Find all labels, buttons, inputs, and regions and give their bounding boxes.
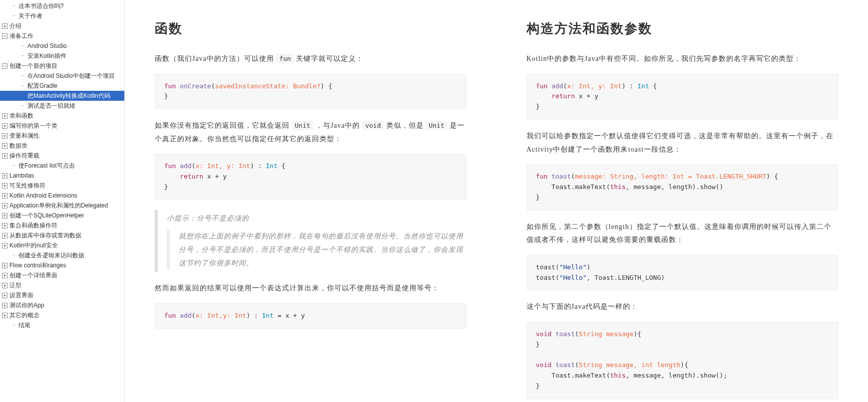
sidebar-item-label: Kotlin中的null安全	[9, 241, 58, 250]
sidebar-item-label: Application单例化和属性的Delegated	[9, 201, 108, 210]
sidebar-item-19[interactable]: +Kotlin Android Extensions	[0, 191, 124, 201]
expand-icon[interactable]: +	[2, 203, 7, 208]
sidebar-item-label: 创建一个SQLiteOpenHelper	[9, 211, 84, 220]
text: 如你所见，第二个参数（	[527, 223, 609, 230]
code-block: fun add(x: Int,y: Int) : Int = x + y	[155, 303, 467, 329]
sidebar-item-22[interactable]: +集合和函数操作符	[0, 220, 124, 230]
sidebar-item-29[interactable]: +设置界面	[0, 290, 124, 300]
paragraph: 如你所见，第二个参数（length）指定了一个默认值。这意味着你调用的时候可以传…	[527, 220, 839, 247]
expand-icon[interactable]: +	[2, 193, 7, 199]
inline-code: Unit	[292, 121, 313, 130]
sidebar-item-24[interactable]: +Kotlin中的null安全	[0, 240, 124, 250]
sidebar-item-26[interactable]: +Flow control和ranges	[0, 260, 124, 270]
sidebar-item-28[interactable]: +泛型	[0, 280, 124, 290]
sidebar-item-label: 准备工作	[9, 31, 33, 40]
expand-icon[interactable]: +	[2, 313, 7, 318]
sidebar-item-label: 安装Kotlin插件	[27, 51, 66, 60]
sidebar-item-3[interactable]: −准备工作	[0, 31, 124, 41]
expand-icon[interactable]: +	[2, 173, 7, 179]
sidebar-item-16[interactable]: ┄使Forecast list可点击	[0, 161, 124, 171]
sidebar-item-8[interactable]: ┄配置Gradle	[0, 81, 124, 91]
sidebar-item-label: 可见性修饰符	[9, 181, 45, 190]
inline-code: void	[362, 121, 384, 130]
sidebar-item-11[interactable]: +类和函数	[0, 111, 124, 121]
sidebar-item-label: 数据类	[9, 141, 27, 150]
expand-icon[interactable]: +	[2, 223, 7, 228]
expand-icon[interactable]: +	[2, 263, 7, 268]
sidebar-item-1[interactable]: ┄关于作者	[0, 11, 124, 21]
sidebar-item-label: 关于作者	[18, 11, 42, 20]
code-block: void toast(String message){ } void toast…	[527, 322, 839, 399]
page-title: 构造方法和函数参数	[527, 20, 839, 37]
sidebar-item-32[interactable]: ┄结尾	[0, 320, 124, 330]
sidebar-item-label: Lambdas	[9, 171, 34, 180]
inline-code: Unit	[426, 121, 447, 130]
collapse-icon[interactable]: −	[2, 63, 7, 69]
sidebar-item-20[interactable]: +Application单例化和属性的Delegated	[0, 201, 124, 210]
sidebar-item-label: 在Android Studio中创建一个项目	[27, 71, 115, 80]
code-block: toast("Hello") toast("Hello", Toast.LENG…	[527, 255, 839, 291]
leaf-icon: ┄	[20, 93, 25, 99]
sidebar-item-13[interactable]: +变量和属性	[0, 131, 124, 141]
sidebar-item-label: 操作符重载	[9, 151, 39, 160]
right-page: 构造方法和函数参数 Kotlin中的参数与Java中有些不同。如你所见，我们先写…	[497, 0, 868, 402]
expand-icon[interactable]: +	[2, 153, 7, 159]
page-title: 函数	[155, 20, 467, 37]
sidebar-item-12[interactable]: +编写你的第一个类	[0, 121, 124, 131]
sidebar-item-21[interactable]: +创建一个SQLiteOpenHelper	[0, 210, 124, 220]
expand-icon[interactable]: +	[2, 23, 7, 29]
text: 关键字就可以定义：	[294, 55, 364, 62]
sidebar-item-label: 创建业务逻辑来访问数据	[18, 251, 84, 260]
sidebar-item-7[interactable]: ┄在Android Studio中创建一个项目	[0, 71, 124, 81]
expand-icon[interactable]: +	[2, 183, 7, 189]
expand-icon[interactable]: +	[2, 233, 7, 238]
sidebar-item-label: Flow control和ranges	[9, 261, 66, 270]
sidebar-item-4[interactable]: ┄Android Studio	[0, 41, 124, 51]
leaf-icon: ┄	[11, 323, 16, 328]
expand-icon[interactable]: +	[2, 273, 7, 278]
expand-icon[interactable]: +	[2, 143, 7, 149]
sidebar-item-27[interactable]: +创建一个详情界面	[0, 270, 124, 280]
text: 类似，但是	[384, 122, 426, 129]
sidebar-item-30[interactable]: +测试你的App	[0, 300, 124, 310]
expand-icon[interactable]: +	[2, 213, 7, 218]
collapse-icon[interactable]: −	[2, 33, 7, 39]
sidebar-item-18[interactable]: +可见性修饰符	[0, 181, 124, 191]
sidebar-item-9[interactable]: ┄把MainActivity转换成Kotlin代码	[0, 91, 124, 101]
sidebar-item-0[interactable]: ┄这本书适合你吗?	[0, 1, 124, 11]
tip-body-wrap: 就想你在上面的例子中看到的那样，我在每句的最后没有使用分号。当然你也可以使用分号…	[167, 230, 467, 270]
sidebar-item-17[interactable]: +Lambdas	[0, 171, 124, 181]
sidebar-item-15[interactable]: +操作符重载	[0, 151, 124, 161]
sidebar-item-5[interactable]: ┄安装Kotlin插件	[0, 51, 124, 61]
expand-icon[interactable]: +	[2, 123, 7, 129]
code-block: fun add(x: Int, y: Int) : Int { return x…	[527, 74, 839, 120]
tip-body: 就想你在上面的例子中看到的那样，我在每句的最后没有使用分号。当然你也可以使用分号…	[179, 230, 467, 270]
sidebar-item-31[interactable]: +其它的概念	[0, 310, 124, 320]
sidebar-item-label: 测试是否一切就绪	[27, 101, 75, 110]
tip-title: 小提示：分号不是必须的	[167, 212, 467, 225]
sidebar-item-23[interactable]: +从数据库中保存或查询数据	[0, 230, 124, 240]
sidebar-tree: ┄这本书适合你吗?┄关于作者+介绍−准备工作┄Android Studio┄安装…	[0, 0, 125, 402]
expand-icon[interactable]: +	[2, 283, 7, 288]
paragraph: Kotlin中的参数与Java中有些不同。如你所见，我们先写参数的名字再写它的类…	[527, 52, 839, 66]
text: 如果你没有指定它的返回值，它就会返回	[155, 122, 292, 129]
expand-icon[interactable]: +	[2, 113, 7, 119]
expand-icon[interactable]: +	[2, 293, 7, 298]
inline-code: fun	[276, 54, 293, 63]
sidebar-item-label: 编写你的第一个类	[9, 121, 57, 130]
sidebar-item-label: 配置Gradle	[27, 81, 57, 90]
sidebar-item-2[interactable]: +介绍	[0, 21, 124, 31]
sidebar-item-6[interactable]: −创建一个新的项目	[0, 61, 124, 71]
expand-icon[interactable]: +	[2, 133, 7, 139]
expand-icon[interactable]: +	[2, 303, 7, 308]
sidebar-item-label: 结尾	[18, 321, 30, 330]
sidebar-item-25[interactable]: ┄创建业务逻辑来访问数据	[0, 250, 124, 260]
sidebar-item-14[interactable]: +数据类	[0, 141, 124, 151]
code-block: fun add(x: Int, y: Int) : Int { return x…	[155, 154, 467, 200]
leaf-icon: ┄	[11, 253, 16, 258]
paragraph: 这个与下面的Java代码是一样的：	[527, 300, 839, 314]
expand-icon[interactable]: +	[2, 243, 7, 248]
sidebar-item-10[interactable]: ┄测试是否一切就绪	[0, 101, 124, 111]
leaf-icon: ┄	[20, 43, 25, 49]
sidebar-item-label: 介绍	[9, 21, 21, 30]
